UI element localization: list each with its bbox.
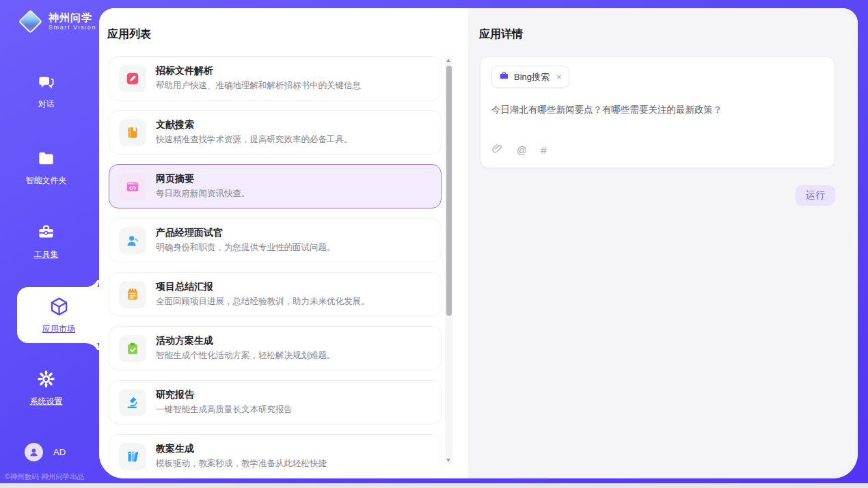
app-desc: 明确身份和职责，为您提供专业性的面试问题。 xyxy=(156,242,336,254)
close-icon[interactable]: × xyxy=(556,72,562,81)
app-title: 教案生成 xyxy=(156,443,327,455)
sidebar-item-label: 智能文件夹 xyxy=(26,175,67,187)
brand-name: 神州问学 xyxy=(49,12,96,24)
prompt-toolbar: @ # xyxy=(491,143,824,159)
scrollbar-thumb[interactable] xyxy=(446,66,452,316)
app-card-web-summary[interactable]: 网页摘要 每日政府新闻资讯快查。 xyxy=(109,164,442,208)
sidebar-item-chat[interactable]: 对话 xyxy=(0,72,92,110)
app-title: 文献搜索 xyxy=(156,119,353,131)
app-desc: 帮助用户快速、准确地理解和解析招标书中的关键信息 xyxy=(156,80,361,92)
app-list-title: 应用列表 xyxy=(107,27,151,42)
avatar xyxy=(25,443,43,461)
app-card-activity-plan[interactable]: 活动方案生成 智能生成个性化活动方案，轻松解决规划难题。 xyxy=(109,326,442,370)
app-desc: 模板驱动，教案秒成，教学准备从此轻松快捷 xyxy=(156,458,327,470)
window-bottom-edge xyxy=(0,483,868,488)
sidebar-item-settings[interactable]: 系统设置 xyxy=(0,370,92,407)
microscope-icon xyxy=(119,389,146,416)
app-list: 招标文件解析 帮助用户快速、准确地理解和解析招标书中的关键信息 文献搜索 快速精… xyxy=(109,56,442,471)
app-card-lesson-plan[interactable]: 教案生成 模板驱动，教案秒成，教学准备从此轻松快捷 xyxy=(109,434,442,471)
toolbox-icon xyxy=(37,223,55,244)
browser-code-icon xyxy=(119,173,146,200)
app-window: 神州问学 Smart Vision 对话 智能文件夹 工具集 xyxy=(0,0,868,488)
sidebar-item-label: 应用市场 xyxy=(42,323,75,335)
brand-logo: 神州问学 Smart Vision xyxy=(18,9,96,33)
pencil-square-icon xyxy=(119,65,146,92)
tool-tag-bing-search[interactable]: Bing搜索 × xyxy=(491,66,569,88)
app-title: 项目总结汇报 xyxy=(156,281,370,293)
app-card-research-report[interactable]: 研究报告 一键智能生成高质量长文本研究报告 xyxy=(109,380,442,424)
brand-subtitle: Smart Vision xyxy=(49,24,96,31)
app-card-pm-interviewer[interactable]: 产品经理面试官 明确身份和职责，为您提供专业性的面试问题。 xyxy=(109,218,442,262)
app-detail-panel: 应用详情 Bing搜索 × 今日湖北有哪些新闻要点？有哪些需要关注的最新政策？ … xyxy=(468,8,858,478)
app-card-project-summary[interactable]: 项目总结汇报 全面回顾项目进展，总结经验教训，助力未来优化发展。 xyxy=(109,272,442,316)
scroll-up-icon[interactable] xyxy=(446,59,450,62)
app-desc: 每日政府新闻资讯快查。 xyxy=(156,188,250,200)
brand-gem-icon xyxy=(18,9,42,33)
cube-icon xyxy=(49,296,70,320)
chat-icon xyxy=(37,72,55,94)
sidebar: 神州问学 Smart Vision 对话 智能文件夹 工具集 xyxy=(0,0,99,488)
scroll-down-icon[interactable] xyxy=(446,459,450,462)
book-icon xyxy=(119,119,146,146)
run-button[interactable]: 运行 xyxy=(796,185,835,206)
app-title: 产品经理面试官 xyxy=(156,227,336,239)
active-tab-curve-bottom xyxy=(85,343,99,357)
app-detail-title: 应用详情 xyxy=(479,27,523,42)
app-list-panel: 应用列表 招标文件解析 帮助用户快速、准确地理解和解析招标书中的关键信息 xyxy=(99,8,468,478)
interviewer-icon xyxy=(119,227,146,254)
app-list-scrollbar[interactable] xyxy=(445,56,452,465)
folder-icon xyxy=(37,149,55,170)
active-tab-curve-top xyxy=(85,273,99,287)
sidebar-item-label: 系统设置 xyxy=(30,396,63,407)
paperclip-icon[interactable] xyxy=(491,143,503,157)
books-icon xyxy=(119,443,146,470)
user-initials: AD xyxy=(53,447,66,457)
mention-icon[interactable]: @ xyxy=(517,144,527,156)
gear-icon xyxy=(37,370,55,391)
app-card-literature-search[interactable]: 文献搜索 快速精准查找学术资源，提高研究效率的必备工具。 xyxy=(109,110,442,154)
copyright-footer: ©神州数码·神州问学出品 xyxy=(5,472,100,482)
app-title: 网页摘要 xyxy=(156,173,250,185)
app-desc: 全面回顾项目进展，总结经验教训，助力未来优化发展。 xyxy=(156,296,370,308)
prompt-input[interactable]: 今日湖北有哪些新闻要点？有哪些需要关注的最新政策？ xyxy=(491,103,824,117)
sidebar-item-smart-folder[interactable]: 智能文件夹 xyxy=(0,149,92,187)
tool-tag-label: Bing搜索 xyxy=(514,71,550,83)
app-card-tender-analysis[interactable]: 招标文件解析 帮助用户快速、准确地理解和解析招标书中的关键信息 xyxy=(109,56,442,100)
sidebar-item-label: 工具集 xyxy=(34,249,59,260)
user-account[interactable]: AD xyxy=(25,443,66,461)
sidebar-item-app-market[interactable]: 应用市场 xyxy=(17,287,100,343)
run-row: 运行 xyxy=(480,185,835,206)
prompt-card: Bing搜索 × 今日湖北有哪些新闻要点？有哪些需要关注的最新政策？ @ # xyxy=(480,56,835,168)
sidebar-item-toolset[interactable]: 工具集 xyxy=(0,223,92,260)
app-title: 活动方案生成 xyxy=(156,335,336,347)
sidebar-item-label: 对话 xyxy=(38,98,55,110)
app-title: 研究报告 xyxy=(156,389,293,401)
hash-icon[interactable]: # xyxy=(541,144,546,156)
clipboard-check-icon xyxy=(119,335,146,362)
main-content: 应用列表 招标文件解析 帮助用户快速、准确地理解和解析招标书中的关键信息 xyxy=(99,8,858,478)
app-title: 招标文件解析 xyxy=(156,65,361,77)
app-desc: 一键智能生成高质量长文本研究报告 xyxy=(156,404,293,416)
notepad-icon xyxy=(119,281,146,308)
app-desc: 智能生成个性化活动方案，轻松解决规划难题。 xyxy=(156,350,336,362)
briefcase-icon xyxy=(499,70,509,83)
app-desc: 快速精准查找学术资源，提高研究效率的必备工具。 xyxy=(156,134,353,146)
